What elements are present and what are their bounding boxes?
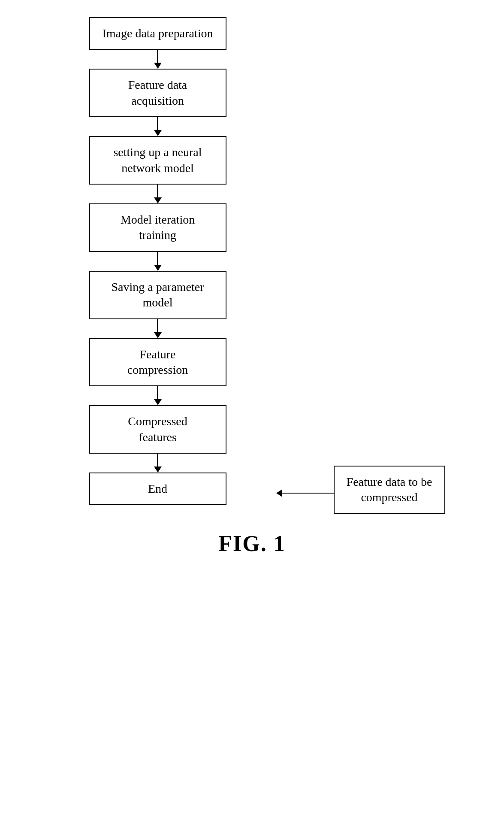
box-image-data-prep-label: Image data preparation	[102, 27, 213, 40]
figure-label-text: FIG. 1	[218, 531, 285, 556]
box-compressed-features: Compressedfeatures	[89, 405, 226, 454]
arrow-shaft-3	[157, 185, 158, 197]
box-model-iteration-label: Model iterationtraining	[121, 213, 195, 242]
box-end-label: End	[148, 482, 167, 495]
arrow-head-2	[154, 130, 162, 136]
arrow-head-1	[154, 63, 162, 69]
arrow-head-7	[154, 467, 162, 473]
figure-label: FIG. 1	[218, 531, 285, 556]
arrow-shaft-2	[157, 117, 158, 130]
flowchart-area: Image data preparation Feature dataacqui…	[59, 17, 445, 505]
left-column: Image data preparation Feature dataacqui…	[85, 17, 231, 505]
box-image-data-prep: Image data preparation	[89, 17, 226, 50]
arrow-down-5	[89, 319, 226, 338]
box-feature-compression-label: Featurecompression	[127, 348, 188, 376]
arrow-down-4	[89, 252, 226, 271]
arrow-shaft-6	[157, 386, 158, 399]
h-arrow-head	[276, 489, 282, 497]
arrow-head-4	[154, 265, 162, 271]
arrow-head-5	[154, 332, 162, 338]
box-feature-data-to-compress-label: Feature data to becompressed	[347, 475, 432, 504]
box-feature-data-to-compress: Feature data to becompressed	[334, 466, 445, 514]
arrow-head-3	[154, 197, 162, 203]
arrow-down-7	[89, 454, 226, 473]
box-feature-compression: Featurecompression	[89, 338, 226, 387]
arrow-down-2	[89, 117, 226, 136]
box-neural-network-setup: setting up a neuralnetwork model	[89, 136, 226, 185]
box-compressed-features-label: Compressedfeatures	[128, 415, 187, 443]
box-saving-param: Saving a parametermodel	[89, 271, 226, 319]
box-feature-data-acq: Feature dataacquisition	[89, 69, 226, 117]
arrow-shaft-7	[157, 454, 158, 467]
arrow-shaft-4	[157, 252, 158, 265]
arrow-shaft-5	[157, 319, 158, 332]
box-saving-param-label: Saving a parametermodel	[111, 280, 204, 309]
horizontal-arrow	[276, 489, 334, 497]
arrow-down-3	[89, 185, 226, 203]
arrow-shaft-1	[157, 50, 158, 63]
h-arrow-shaft	[282, 493, 334, 494]
box-feature-data-acq-label: Feature dataacquisition	[128, 78, 187, 107]
box-end: End	[89, 473, 226, 505]
arrow-down-6	[89, 386, 226, 405]
box-model-iteration: Model iterationtraining	[89, 203, 226, 252]
arrow-head-6	[154, 399, 162, 405]
box-neural-network-label: setting up a neuralnetwork model	[113, 145, 202, 174]
arrow-down-1	[89, 50, 226, 69]
diagram-container: Image data preparation Feature dataacqui…	[0, 0, 504, 582]
